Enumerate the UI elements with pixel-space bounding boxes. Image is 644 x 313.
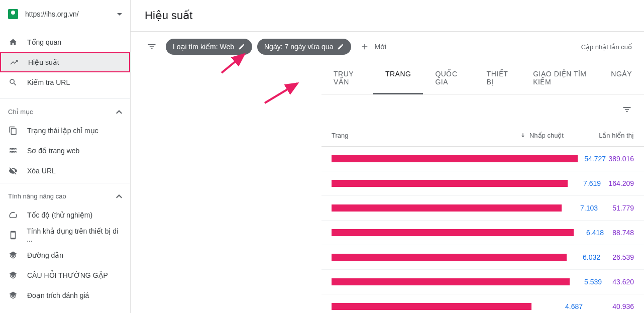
sort-down-icon [519,132,526,139]
redacted-url [332,278,570,285]
table-body: 54.727389.0167.619164.2097.10351.7796.41… [321,147,644,313]
layers-icon [8,290,18,300]
nav-overview[interactable]: Tổng quan [0,32,130,52]
section-title: Tính năng nâng cao [8,192,66,200]
nav-url-inspect[interactable]: Kiểm tra URL [0,72,130,92]
page-cell [332,303,531,310]
page-cell [332,180,568,187]
table-row[interactable]: 7.10351.779 [321,196,644,221]
chevron-up-icon [116,194,122,198]
impressions-value: 40.936 [583,302,634,310]
tab-countries[interactable]: QUỐC GIA [423,62,474,94]
sitemap-icon [8,146,18,156]
plus-icon [360,42,369,51]
impressions-value: 43.620 [602,278,634,286]
table-row[interactable]: 54.727389.016 [321,147,644,171]
nav-label: Hiệu suất [28,58,59,66]
chip-label: Ngày: 7 ngày vừa qua [264,43,333,51]
clicks-value: 54.727 [578,155,606,163]
nav-label: CÂU HỎI THƯỜNG GẶP [27,271,108,279]
impressions-value: 26.539 [600,253,634,261]
clicks-value: 5.539 [570,278,602,286]
redacted-url [332,254,567,261]
tab-pages[interactable]: TRANG [373,62,423,94]
col-clicks-header[interactable]: Nhấp chuột [493,132,564,139]
page-header: Hiệu suất [131,0,644,32]
col-impressions-header[interactable]: Lần hiển thị [564,132,634,139]
redacted-url [332,204,562,212]
redacted-url [332,180,568,187]
clicks-value: 6.032 [567,253,600,261]
table-tools [321,94,644,125]
filter-bar: Loại tìm kiếm: Web Ngày: 7 ngày vừa qua … [131,32,644,62]
search-icon [8,77,18,87]
nav-speed[interactable]: Tốc độ (thử nghiệm) [0,205,130,225]
table-row[interactable]: 7.619164.209 [321,171,644,196]
home-icon [8,37,18,47]
table-row[interactable]: 4.68740.936 [321,294,644,313]
filter-list-icon[interactable] [618,100,636,119]
nav-removals[interactable]: Xóa URL [0,161,130,181]
clicks-value: 6.418 [574,229,604,237]
nav-coverage[interactable]: Trạng thái lập chỉ mục [0,121,130,141]
nav-label: Đoạn trích đánh giá [27,291,89,299]
section-enhancements[interactable]: Tính năng nâng cao [0,185,130,205]
page-cell [332,229,574,236]
page-cell [332,204,562,212]
speed-icon [8,210,18,220]
section-title: Chỉ mục [8,108,33,116]
nav-label: Trạng thái lập chỉ mục [27,127,98,135]
property-url: https://ihs.org.vn/ [25,10,117,18]
pages-icon [8,126,18,136]
mobile-icon [8,230,18,240]
add-filter-label: Mới [374,43,386,51]
chip-label: Loại tìm kiếm: Web [173,43,234,51]
redacted-url [332,303,531,310]
tab-search-appearance[interactable]: GIAO DIỆN TÌM KIẾM [521,62,599,94]
table-row[interactable]: 6.03226.539 [321,245,644,270]
tabs: TRUY VẤN TRANG QUỐC GIA THIẾT BỊ GIAO DI… [321,62,644,94]
section-index[interactable]: Chỉ mục [0,101,130,121]
nav-review[interactable]: Đoạn trích đánh giá [0,285,130,305]
layers-icon [8,270,18,280]
property-icon [8,9,18,19]
impressions-value: 389.016 [606,155,634,163]
tab-dates[interactable]: NGÀY [599,62,644,94]
filter-icon[interactable] [143,38,161,56]
clicks-value: 4.687 [531,302,583,310]
table-row[interactable]: 5.53943.620 [321,270,644,294]
nav-label: Đường dẫn [27,251,63,259]
tab-devices[interactable]: THIẾT BỊ [475,62,521,94]
add-filter[interactable]: Mới [356,42,390,51]
chip-search-type[interactable]: Loại tìm kiếm: Web [166,39,252,55]
nav-label: Sơ đồ trang web [27,147,79,155]
trending-icon [9,57,19,67]
edit-icon [238,43,245,50]
tab-queries[interactable]: TRUY VẤN [321,62,373,94]
nav-breadcrumbs[interactable]: Đường dẫn [0,245,130,265]
redacted-url [332,229,574,236]
nav-mobile[interactable]: Tính khả dụng trên thiết bị di ... [0,225,130,245]
nav-faq[interactable]: CÂU HỎI THƯỜNG GẶP [0,265,130,285]
impressions-value: 164.209 [601,179,634,187]
chevron-up-icon [116,110,122,114]
page-title: Hiệu suất [145,9,630,22]
impressions-value: 51.779 [598,204,634,212]
chip-date[interactable]: Ngày: 7 ngày vừa qua [257,39,351,55]
nav-sitemaps[interactable]: Sơ đồ trang web [0,141,130,161]
property-selector[interactable]: https://ihs.org.vn/ [0,0,130,28]
nav-label: Kiểm tra URL [27,78,70,86]
page-cell [332,155,578,162]
page-cell [332,254,567,261]
update-text: Cập nhật lần cuố [581,43,632,51]
col-page-header[interactable]: Trang [332,132,493,139]
impressions-value: 88.748 [604,229,634,237]
edit-icon [337,43,344,50]
main-content: Hiệu suất Loại tìm kiếm: Web Ngày: 7 ngà… [131,0,644,313]
nav-label: Xóa URL [27,167,56,175]
content-area: TRUY VẤN TRANG QUỐC GIA THIẾT BỊ GIAO DI… [131,62,644,313]
nav-label: Tính khả dụng trên thiết bị di ... [27,227,122,243]
nav-label: Tổng quan [27,38,61,46]
nav-performance[interactable]: Hiệu suất [0,52,130,72]
table-row[interactable]: 6.41888.748 [321,221,644,245]
